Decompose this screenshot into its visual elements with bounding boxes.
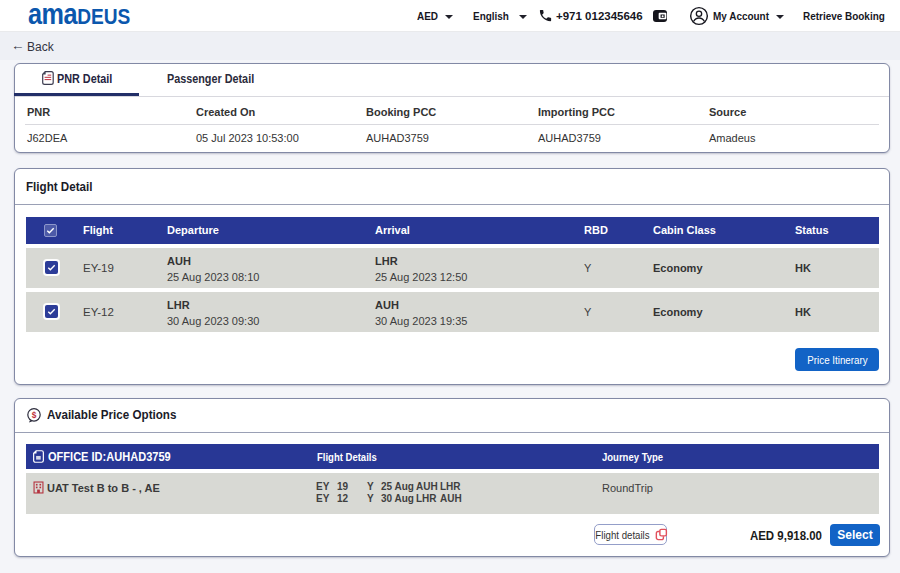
svg-text:$: $ — [32, 410, 37, 420]
